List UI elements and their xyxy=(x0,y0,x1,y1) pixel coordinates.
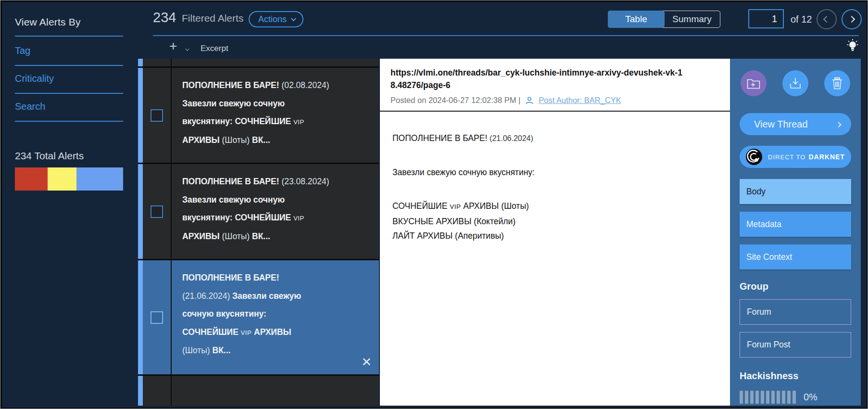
checkbox-cell xyxy=(143,164,172,259)
filtered-alerts-count: 234 xyxy=(153,10,176,26)
lightbulb-icon[interactable] xyxy=(846,38,859,52)
hackishness-ticks xyxy=(740,391,796,404)
checkbox-column-header xyxy=(143,59,172,66)
person-icon xyxy=(525,96,534,105)
download-button[interactable] xyxy=(782,70,808,96)
post-author-link[interactable]: Post Author: BAR_CYK xyxy=(539,96,621,105)
post-detail-panel: https://vlmi.one/threads/bar_cyk-luchshi… xyxy=(380,59,730,406)
hackishness-meter: 0% xyxy=(740,391,818,404)
download-icon xyxy=(789,77,802,89)
excerpt-column-header: Excerpt xyxy=(201,44,228,53)
post-body-line: ВКУСНЫЕ АРХИВЫ (Коктейли) xyxy=(392,214,717,229)
add-column-button[interactable]: + xyxy=(169,38,177,54)
alert-excerpt xyxy=(172,376,379,406)
delete-button[interactable] xyxy=(824,70,850,96)
group-heading: Group xyxy=(740,281,768,292)
sidebar-item-tag[interactable]: Tag xyxy=(15,45,30,56)
post-header: https://vlmi.one/threads/bar_cyk-luchshi… xyxy=(380,59,730,112)
divider xyxy=(15,36,123,37)
alert-row[interactable]: ПОПОЛНЕНИЕ В БАРЕ! (23.08.2024)Завезли с… xyxy=(138,164,379,259)
view-toggle: Table Summary xyxy=(608,11,720,28)
alert-row[interactable] xyxy=(138,376,379,406)
hackishness-value: 0% xyxy=(804,392,818,403)
post-body-line: СОЧНЕЙШИЕ VIP АРХИВЫ (Шоты) xyxy=(392,199,717,214)
alert-checkbox[interactable] xyxy=(151,311,163,324)
hackishness-tick xyxy=(787,391,791,404)
hackishness-tick xyxy=(740,391,743,404)
hackishness-tick xyxy=(750,391,754,404)
alert-row[interactable]: ПОПОЛНЕНИЕ В БАРЕ!(21.06.2024) Завезли с… xyxy=(138,260,379,374)
post-body-line: ЛАЙТ АРХИВЫ (Аперитивы) xyxy=(392,229,717,243)
low-criticality-segment xyxy=(76,167,123,191)
hackishness-tick xyxy=(761,391,764,404)
action-sidebar: View Thread DIRECT TO DARKNET Body Metad… xyxy=(730,59,861,406)
post-url: https://vlmi.one/threads/bar_cyk-luchshi… xyxy=(390,66,685,91)
checkbox-cell xyxy=(143,260,172,374)
view-thread-chevron-icon xyxy=(837,120,841,128)
alert-checkbox[interactable] xyxy=(151,109,163,122)
post-timestamp: Posted on 2024-06-27 12:02:38 PM | xyxy=(390,96,520,105)
actions-chevron-down-icon xyxy=(291,16,296,21)
post-body-line: Завезли свежую сочную вкуснятину: xyxy=(392,165,717,179)
tab-site-context[interactable]: Site Context xyxy=(740,244,851,269)
hackishness-tick xyxy=(777,391,780,404)
total-alerts-label: 234 Total Alerts xyxy=(15,150,84,162)
criticality-bar-chart xyxy=(15,167,123,191)
prev-page-icon xyxy=(823,16,830,23)
page-of-label: of 12 xyxy=(791,14,812,25)
add-column-chevron-icon[interactable] xyxy=(185,44,188,53)
tab-table[interactable]: Table xyxy=(608,11,664,27)
darknet-label-bold: DARKNET xyxy=(808,153,844,161)
group-item-forum[interactable]: Forum xyxy=(740,299,851,325)
alert-rows: ПОПОЛНЕНИЕ В БАРЕ! (02.08.2024)Завезли с… xyxy=(138,68,379,406)
excerpt-column-cell xyxy=(172,59,379,66)
row-accent-strip xyxy=(138,59,143,66)
hackishness-tick xyxy=(771,391,775,404)
post-body-gap xyxy=(392,146,717,165)
sidebar-item-criticality[interactable]: Criticality xyxy=(15,73,54,84)
next-page-icon xyxy=(848,16,855,23)
actions-button[interactable]: Actions xyxy=(249,11,303,27)
prev-page-button[interactable] xyxy=(817,9,837,29)
filtered-alerts-label: Filtered Alerts xyxy=(182,13,243,24)
row-accent-strip xyxy=(138,260,143,374)
view-thread-label: View Thread xyxy=(754,119,808,130)
next-page-button[interactable] xyxy=(842,9,862,29)
direct-to-darknet-button[interactable]: DIRECT TO DARKNET xyxy=(740,146,851,168)
screenshot-frame: View Alerts By Tag Criticality Search 23… xyxy=(0,0,868,409)
hackishness-tick xyxy=(745,391,748,404)
toolbar-divider xyxy=(153,35,859,36)
hackishness-tick xyxy=(782,391,785,404)
close-alert-icon[interactable]: × xyxy=(362,353,371,370)
alert-excerpt: ПОПОЛНЕНИЕ В БАРЕ! (02.08.2024)Завезли с… xyxy=(172,68,379,163)
table-header-row xyxy=(138,59,379,66)
post-body-gap xyxy=(392,179,717,199)
alert-excerpt: ПОПОЛНЕНИЕ В БАРЕ!(21.06.2024) Завезли с… xyxy=(172,260,379,374)
alert-checkbox[interactable] xyxy=(151,205,163,218)
medium-criticality-segment xyxy=(48,167,77,191)
trash-icon xyxy=(831,77,843,89)
hackishness-tick xyxy=(793,391,796,404)
checkbox-cell xyxy=(143,68,172,163)
alert-row[interactable]: ПОПОЛНЕНИЕ В БАРЕ! (02.08.2024)Завезли с… xyxy=(138,68,379,163)
group-item-forum-post[interactable]: Forum Post xyxy=(740,332,851,358)
divider xyxy=(15,121,123,122)
high-criticality-segment xyxy=(15,167,48,191)
folder-plus-icon xyxy=(747,77,760,89)
tab-body[interactable]: Body xyxy=(740,179,851,204)
view-thread-button[interactable]: View Thread xyxy=(740,113,851,135)
post-body: ПОПОЛНЕНИЕ В БАРЕ! (21.06.2024) Завезли … xyxy=(380,112,730,243)
add-to-folder-button[interactable] xyxy=(741,70,767,96)
tab-metadata[interactable]: Metadata xyxy=(740,212,851,237)
divider xyxy=(15,93,123,94)
post-body-line: ПОПОЛНЕНИЕ В БАРЕ! (21.06.2024) xyxy=(392,131,717,146)
page-number-input[interactable] xyxy=(748,9,784,28)
checkbox-cell xyxy=(143,376,172,406)
view-alerts-by-title: View Alerts By xyxy=(15,16,81,28)
sidebar-item-search[interactable]: Search xyxy=(15,101,45,112)
app-window: View Alerts By Tag Criticality Search 23… xyxy=(2,2,867,408)
hackishness-tick xyxy=(755,391,759,404)
actions-button-label: Actions xyxy=(258,14,287,25)
tab-summary[interactable]: Summary xyxy=(664,11,720,27)
darknet-label-prefix: DIRECT TO xyxy=(768,153,805,161)
